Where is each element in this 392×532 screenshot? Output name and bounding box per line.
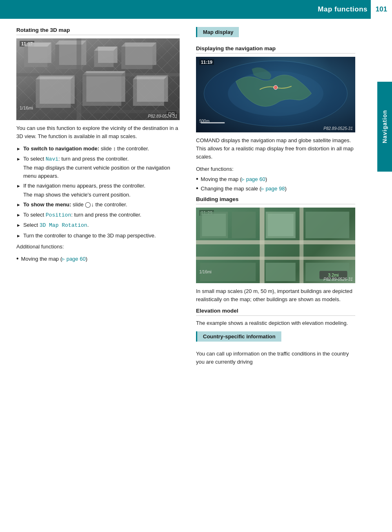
country-box-wrapper: Country-specific information <box>196 331 355 346</box>
instruction-5: ► To select Position: turn and press the… <box>16 211 180 219</box>
instr5-mono: Position <box>46 212 71 218</box>
arrow-icon-6: ► <box>16 222 21 229</box>
svg-marker-5 <box>55 40 86 45</box>
arrow-icon-7: ► <box>16 232 21 239</box>
svg-rect-23 <box>16 110 180 113</box>
svg-rect-29 <box>196 240 355 244</box>
header: Map functions 101 <box>0 0 392 19</box>
other-bullet-2: • Changing the map scale (▹ page 98) <box>196 185 355 193</box>
svg-marker-8 <box>94 47 117 51</box>
bullet-dot-1: • <box>16 255 19 262</box>
instr4-bold: To show the menu: <box>23 201 71 208</box>
svg-rect-31 <box>260 208 265 283</box>
right-section2-title: Building images <box>196 196 355 204</box>
svg-rect-32 <box>300 208 304 283</box>
nav-map-ref: P82.89-0525-31 <box>323 126 353 131</box>
instruction-3-text: If the navigation menu appears, press th… <box>23 182 145 199</box>
instr2-mono: Navi <box>46 156 58 162</box>
svg-rect-35 <box>232 212 256 238</box>
nav-map-image: 11:19 500m P82.89-0525-31 <box>196 57 355 132</box>
other-functions-list: • Moving the map (▹ page 60) • Changing … <box>196 175 355 193</box>
other-bullet-2-text: Changing the map scale (▹ page 98) <box>201 185 287 193</box>
other-bullet-1: • Moving the map (▹ page 60) <box>196 175 355 183</box>
svg-rect-21 <box>16 73 180 76</box>
arrow-icon-2: ► <box>16 156 21 163</box>
instr2-sub: The map displays the current vehicle pos… <box>23 164 180 180</box>
instruction-5-text: To select Position: turn and press the c… <box>23 211 141 219</box>
right-section1-title: Displaying the navigation map <box>196 45 355 54</box>
svg-marker-2 <box>24 42 51 47</box>
right-section3-title: Elevation model <box>196 308 355 316</box>
country-text: You can call up information on the traff… <box>196 350 355 366</box>
map-image-ref: P82.89-0524-31 <box>148 114 177 118</box>
building-map-ref: P82.89-0526-31 <box>323 277 353 282</box>
main-content: Rotating the 3D map 11:17 <box>0 19 392 378</box>
instruction-1-text: To switch to navigation mode: slide ↕ th… <box>23 145 149 153</box>
other-link-60: ▹ page 60 <box>242 176 265 182</box>
building-map-svg: 3.2mi <box>196 208 355 283</box>
svg-marker-11 <box>121 42 156 47</box>
instruction-3: ► If the navigation menu appears, press … <box>16 182 180 199</box>
comand-text: COMAND displays the navigation map and g… <box>196 136 355 161</box>
map-display-label: Map display <box>196 27 239 37</box>
svg-point-26 <box>274 85 278 89</box>
svg-rect-42 <box>266 212 296 238</box>
other-link-98: ▹ page 98 <box>261 186 285 192</box>
nav-map-svg <box>196 57 355 132</box>
svg-rect-38 <box>305 212 349 238</box>
svg-rect-13 <box>40 75 75 104</box>
instruction-6: ► Select 3D Map Rotation. <box>16 221 180 230</box>
left-section-title: Rotating the 3D map <box>16 27 180 35</box>
page-number: 101 <box>371 0 392 19</box>
nav-scale-label: 500m <box>199 119 209 123</box>
svg-rect-34 <box>202 214 226 236</box>
instruction-1: ► To switch to navigation mode: slide ↕ … <box>16 145 180 153</box>
bullet-moving-text: Moving the map (▹ page 60) <box>21 255 87 263</box>
page-title: Map functions <box>318 5 368 13</box>
additional-bullets: • Moving the map (▹ page 60) <box>16 255 180 263</box>
other-bullet-1-text: Moving the map (▹ page 60) <box>201 175 267 183</box>
arrow-icon-3: ► <box>16 183 21 190</box>
page-link-60: ▹ page 60 <box>62 256 86 262</box>
instruction-2-text: To select Navi: turn and press the contr… <box>23 155 180 180</box>
arrow-icon-1: ► <box>16 145 21 152</box>
instr6-mono: 3D Map Rotation <box>40 222 87 228</box>
other-bullet-dot-1: • <box>196 176 198 182</box>
right-column: Map display Displaying the navigation ma… <box>188 27 376 370</box>
instruction-7-text: Turn the controller to change to the 3D … <box>23 232 156 240</box>
instruction-6-text: Select 3D Map Rotation. <box>23 221 89 230</box>
instruction-2: ► To select Navi: turn and press the con… <box>16 155 180 180</box>
instruction-4-text: To show the menu: slide ◯↓ the controlle… <box>23 201 127 209</box>
instruction-4: ► To show the menu: slide ◯↓ the control… <box>16 201 180 209</box>
instr1-bold: To switch to navigation mode: <box>23 145 99 152</box>
header-bar: Map functions <box>0 0 392 19</box>
country-label: Country-specific information <box>196 331 281 342</box>
map-scale: 1/16mi <box>20 105 33 110</box>
svg-rect-30 <box>196 257 355 260</box>
other-functions-label: Other functions: <box>196 165 355 173</box>
map-display-wrapper: Map display <box>196 27 355 41</box>
arrow-icon-5: ► <box>16 212 21 219</box>
left-intro-text: You can use this function to explore the… <box>16 124 180 141</box>
svg-rect-40 <box>266 263 296 281</box>
additional-label: Additional functions: <box>16 243 180 251</box>
map-3d-svg <box>16 38 180 120</box>
bullet-moving-map: • Moving the map (▹ page 60) <box>16 255 180 263</box>
instr3-sub: The map shows the vehicle's current posi… <box>23 191 145 199</box>
building-text: In small map scales (20 m, 50 m), import… <box>196 287 355 304</box>
arrow-icon-4: ► <box>16 201 21 208</box>
svg-rect-22 <box>77 38 81 120</box>
building-scale-label: 1/16mi <box>199 270 212 274</box>
other-bullet-dot-2: • <box>196 185 198 192</box>
instr1-normal: slide ↕ the controller. <box>101 145 149 152</box>
map-3d-image: 11:17 <box>16 38 180 120</box>
building-map-image: 11:29 <box>196 208 355 283</box>
instruction-list: ► To switch to navigation mode: slide ↕ … <box>16 145 180 239</box>
instruction-7: ► Turn the controller to change to the 3… <box>16 232 180 240</box>
elevation-text: The example shows a realistic depiction … <box>196 319 355 327</box>
left-column: Rotating the 3D map 11:17 <box>0 27 188 370</box>
